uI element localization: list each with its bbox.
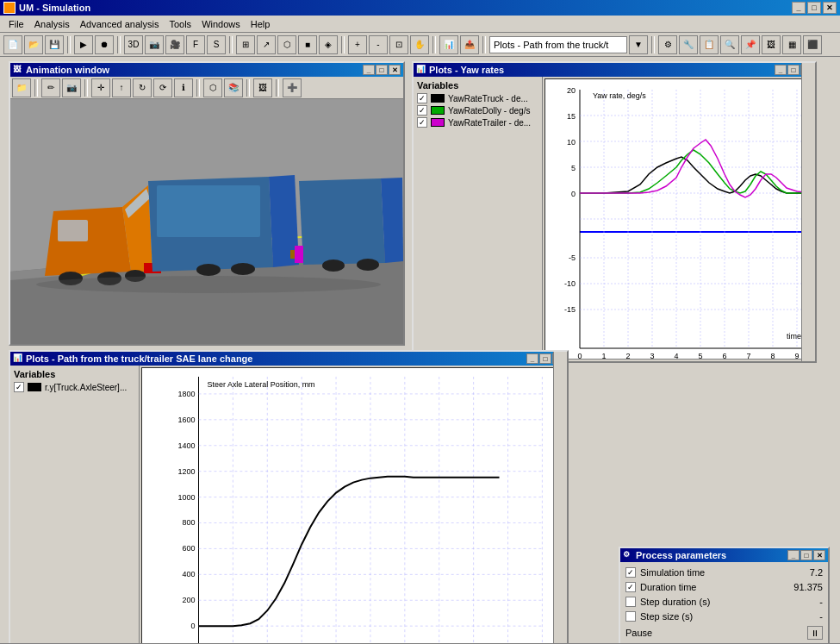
tb-zoom-out[interactable]: - <box>369 35 388 54</box>
yaw-minimize[interactable]: _ <box>775 65 787 75</box>
tb-opt7[interactable]: ▦ <box>782 35 801 54</box>
tb-record[interactable]: ⏺ <box>95 35 114 54</box>
tb-zoom-in[interactable]: + <box>348 35 367 54</box>
var-item-3: ✓ YawRateTrailer - de... <box>417 117 538 128</box>
anim-save-img[interactable]: 🖼 <box>253 78 272 97</box>
var-check-3[interactable]: ✓ <box>417 117 427 128</box>
tb-play[interactable]: ▶ <box>74 35 93 54</box>
anim-pencil[interactable]: ✏ <box>41 78 60 97</box>
menu-analysis[interactable]: Analysis <box>29 17 75 31</box>
anim-reset[interactable]: ⟳ <box>153 78 172 97</box>
path-minimize[interactable]: _ <box>526 353 538 364</box>
yaw-scrollbar[interactable] <box>801 63 815 361</box>
app-icon <box>3 2 16 14</box>
animation-window: 🖼 Animation window _ □ ✕ 📁 ✏ 📷 ✛ ↑ ↻ ⟳ ℹ… <box>9 61 405 346</box>
path-window: 📊 Plots - Path from the truck/trailer SA… <box>9 350 569 644</box>
tb-cam2[interactable]: 🎥 <box>165 35 184 54</box>
svg-marker-19 <box>299 178 385 265</box>
anim-maximize[interactable]: □ <box>376 65 388 75</box>
proc-title: Process parameters <box>636 550 726 560</box>
tb-dropdown-arrow[interactable]: ▼ <box>629 35 648 54</box>
anim-info[interactable]: ℹ <box>174 78 193 97</box>
proc-check-simtime[interactable]: ✓ <box>625 567 636 578</box>
tb-shade[interactable]: ◈ <box>319 35 338 54</box>
minimize-button[interactable]: _ <box>792 2 806 14</box>
tb-zoom-fit[interactable]: ⊡ <box>389 35 408 54</box>
tb-solid[interactable]: ■ <box>298 35 317 54</box>
anim-up[interactable]: ↑ <box>112 78 131 97</box>
proc-row-stepsize: Step size (s) - <box>625 611 823 622</box>
proc-check-stepsize[interactable] <box>625 611 636 622</box>
yaw-maximize[interactable]: □ <box>787 65 800 75</box>
path-var-check-1[interactable]: ✓ <box>14 382 24 392</box>
tb-cam1[interactable]: 📷 <box>145 35 164 54</box>
proc-minimize[interactable]: _ <box>787 550 800 560</box>
yaw-title: Plots - Yaw rates <box>429 65 504 75</box>
tb-axes[interactable]: ↗ <box>257 35 276 54</box>
anim-book[interactable]: 📚 <box>224 78 243 97</box>
tb-plot[interactable]: 📊 <box>439 35 458 54</box>
anim-minimize[interactable]: _ <box>363 65 375 75</box>
pause-button[interactable]: ⏸ <box>807 626 823 640</box>
svg-text:9: 9 <box>794 352 799 359</box>
anim-open[interactable]: 📁 <box>12 78 31 97</box>
tb-opt6[interactable]: 🖼 <box>762 35 781 54</box>
anim-move[interactable]: ✛ <box>91 78 110 97</box>
proc-value-simtime: 7.2 <box>810 567 823 578</box>
animation-title: Animation window <box>26 65 109 75</box>
proc-row-duration: ✓ Duration time 91.375 <box>625 582 823 592</box>
tb-side[interactable]: S <box>207 35 226 54</box>
tb-opt1[interactable]: ⚙ <box>658 35 677 54</box>
menu-file[interactable]: File <box>3 17 29 31</box>
tb-opt3[interactable]: 📋 <box>700 35 719 54</box>
tb-opt8[interactable]: ⬛ <box>803 35 822 54</box>
tb-new[interactable]: 📄 <box>3 35 22 54</box>
yaw-chart-svg: 20 15 10 5 0 -5 -10 -15 0 1 2 3 4 5 6 7 <box>545 79 812 359</box>
svg-text:4: 4 <box>674 352 678 359</box>
svg-text:2: 2 <box>625 352 630 359</box>
app-title: UM - Simulation <box>19 3 90 13</box>
tb-opt4[interactable]: 🔍 <box>720 35 739 54</box>
path-scrollbar[interactable] <box>553 352 567 644</box>
anim-3d-box[interactable]: ⬡ <box>203 78 222 97</box>
pause-row: Pause ⏸ <box>625 626 823 640</box>
anim-add[interactable]: ➕ <box>283 78 302 97</box>
tb-front[interactable]: F <box>186 35 205 54</box>
tb-3d[interactable]: 3D <box>124 35 143 54</box>
tb-pan[interactable]: ✋ <box>410 35 429 54</box>
proc-check-duration[interactable]: ✓ <box>625 582 636 592</box>
anim-rotate[interactable]: ↻ <box>133 78 152 97</box>
proc-close[interactable]: ✕ <box>813 550 825 560</box>
anim-close[interactable]: ✕ <box>389 65 401 75</box>
tb-wire[interactable]: ⬡ <box>277 35 296 54</box>
tb-export[interactable]: 📤 <box>460 35 479 54</box>
tb-opt5[interactable]: 📌 <box>741 35 760 54</box>
tb-opt2[interactable]: 🔧 <box>679 35 698 54</box>
svg-text:800: 800 <box>183 518 196 527</box>
tb-save[interactable]: 💾 <box>45 35 64 54</box>
var-item-2: ✓ YawRateDolly - deg/s <box>417 105 538 116</box>
anim-camera[interactable]: 📷 <box>62 78 81 97</box>
menu-tools[interactable]: Tools <box>164 17 196 31</box>
maximize-button[interactable]: □ <box>807 2 821 14</box>
truck-scene-svg <box>10 99 403 344</box>
svg-rect-8 <box>58 220 88 241</box>
path-maximize[interactable]: □ <box>539 353 551 364</box>
path-title: Plots - Path from the truck/trailer SAE … <box>26 353 252 364</box>
proc-maximize[interactable]: □ <box>800 550 812 560</box>
yaw-rates-window: 📊 Plots - Yaw rates _ □ ✕ Variables ✓ Ya… <box>412 61 817 363</box>
var-check-2[interactable]: ✓ <box>417 105 427 116</box>
tb-separator-4 <box>341 36 345 53</box>
menu-help[interactable]: Help <box>246 17 276 31</box>
plots-dropdown[interactable]: Plots - Path from the truck/t <box>489 36 627 53</box>
svg-text:10: 10 <box>567 138 576 147</box>
var-label-3: YawRateTrailer - de... <box>448 118 531 128</box>
var-check-1[interactable]: ✓ <box>417 93 427 103</box>
yaw-variables-panel: Variables ✓ YawRateTruck - de... ✓ YawRa… <box>414 77 543 361</box>
tb-grid[interactable]: ⊞ <box>236 35 255 54</box>
proc-check-stepdur[interactable] <box>625 597 636 607</box>
tb-open[interactable]: 📂 <box>24 35 43 54</box>
menu-advanced-analysis[interactable]: Advanced analysis <box>75 17 165 31</box>
menu-windows[interactable]: Windows <box>196 17 246 31</box>
close-button[interactable]: ✕ <box>823 2 837 14</box>
